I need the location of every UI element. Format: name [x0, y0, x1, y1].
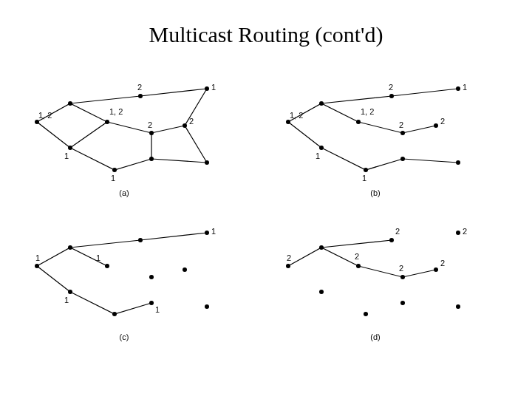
panel-caption-b: (b)	[370, 188, 380, 197]
panel-c: 1 1 1 1 1 (c)	[35, 227, 216, 341]
svg-point-42	[400, 301, 405, 305]
svg-point-12	[319, 101, 324, 106]
svg-point-19	[364, 168, 368, 172]
node-label: 1	[362, 174, 366, 183]
svg-point-9	[149, 157, 154, 161]
node-label: 2	[395, 227, 400, 236]
svg-point-7	[205, 86, 209, 91]
svg-point-10	[205, 160, 209, 165]
node-label: 1	[35, 253, 40, 262]
svg-point-5	[149, 131, 154, 135]
node-label: 1, 2	[361, 107, 374, 116]
svg-point-37	[389, 238, 394, 242]
node-label: 2	[287, 253, 291, 262]
node-label: 1	[211, 83, 216, 92]
svg-point-25	[105, 264, 109, 268]
node-label: 1, 2	[290, 111, 303, 120]
node-label: 1	[463, 83, 467, 92]
svg-point-11	[286, 120, 290, 124]
svg-point-22	[35, 264, 39, 268]
svg-point-30	[112, 312, 117, 316]
svg-point-1	[68, 101, 72, 106]
node-label: 2	[355, 252, 359, 261]
node-label: 2	[389, 83, 393, 92]
svg-point-16	[400, 131, 405, 135]
node-label: 2	[399, 120, 403, 129]
svg-point-43	[456, 304, 460, 309]
node-label: 1	[64, 151, 69, 160]
node-label: 2	[399, 264, 403, 273]
panel-a: 1, 2 1, 2 1 2 1 2 2 1 (a)	[35, 83, 216, 197]
svg-point-28	[183, 267, 187, 272]
svg-point-2	[68, 146, 72, 150]
svg-point-15	[389, 94, 394, 98]
node-label: 2	[148, 120, 152, 129]
panel-b: 1, 2 1, 2 1 2 1 2 2 1 (b)	[286, 83, 467, 197]
svg-point-3	[105, 120, 109, 124]
svg-point-24	[68, 290, 72, 294]
node-label: 1	[111, 174, 115, 183]
svg-point-21	[456, 160, 460, 165]
svg-point-14	[356, 120, 361, 124]
svg-point-26	[138, 238, 143, 242]
svg-point-23	[68, 245, 72, 250]
svg-point-13	[319, 146, 324, 150]
svg-point-0	[35, 120, 39, 124]
svg-point-17	[434, 123, 438, 128]
svg-point-39	[434, 267, 438, 272]
svg-point-8	[112, 168, 117, 172]
panel-d: 2 2 2 2 2 2 (d)	[286, 227, 467, 341]
node-label: 1	[316, 151, 320, 160]
routing-diagram: 1, 2 1, 2 1 2 1 2 2 1 (a) 1, 2 1, 2 1 2 …	[30, 81, 502, 362]
node-label: 1	[211, 227, 216, 236]
node-label: 2	[440, 259, 445, 267]
panel-caption-a: (a)	[119, 188, 129, 197]
node-label: 2	[189, 117, 194, 126]
svg-point-38	[400, 275, 405, 279]
svg-point-35	[319, 290, 324, 294]
svg-point-36	[356, 264, 361, 268]
panel-caption-c: (c)	[120, 332, 129, 341]
svg-point-41	[364, 312, 368, 316]
node-label: 2	[137, 83, 142, 92]
svg-point-29	[205, 231, 209, 235]
panel-caption-d: (d)	[370, 332, 380, 341]
svg-point-18	[456, 86, 460, 91]
svg-point-33	[286, 264, 290, 268]
node-label: 1, 2	[38, 111, 52, 120]
svg-point-32	[205, 304, 209, 309]
svg-point-34	[319, 245, 324, 250]
svg-point-20	[400, 157, 405, 161]
svg-point-27	[149, 275, 154, 279]
node-label: 1	[155, 305, 160, 314]
node-label: 2	[463, 227, 467, 236]
node-label: 1, 2	[109, 107, 123, 116]
svg-point-40	[456, 231, 460, 235]
node-label: 1	[96, 253, 100, 262]
diagram-stage: 1, 2 1, 2 1 2 1 2 2 1 (a) 1, 2 1, 2 1 2 …	[30, 81, 502, 362]
page-title: Multicast Routing (cont'd)	[0, 0, 532, 47]
svg-point-6	[183, 123, 187, 128]
svg-point-4	[138, 94, 143, 98]
node-label: 1	[64, 296, 69, 304]
node-label: 2	[440, 117, 445, 126]
svg-point-31	[149, 301, 154, 305]
